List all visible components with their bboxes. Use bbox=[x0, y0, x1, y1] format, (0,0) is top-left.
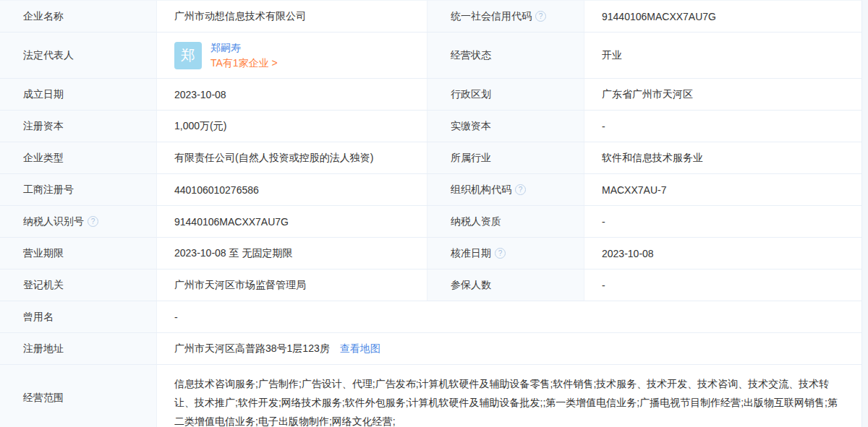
label-business-status: 经营状态 bbox=[427, 33, 584, 78]
value-legal-representative: 郑 郑嗣寿 TA有1家企业 > bbox=[157, 33, 427, 78]
value-credit-code: 91440106MACXX7AU7G bbox=[584, 1, 862, 32]
label-approval-date: 核准日期 ? bbox=[427, 238, 584, 269]
label-insured-count: 参保人数 bbox=[427, 269, 584, 301]
value-taxpayer-qualification: - bbox=[584, 206, 862, 237]
value-company-type: 有限责任公司(自然人投资或控股的法人独资) bbox=[157, 142, 427, 173]
label-registration-number: 工商注册号 bbox=[0, 174, 157, 205]
label-paid-capital: 实缴资本 bbox=[427, 111, 584, 142]
label-organization-code: 组织机构代码 ? bbox=[427, 174, 584, 205]
table-row: 工商注册号 440106010276586 组织机构代码 ? MACXX7AU-… bbox=[0, 174, 861, 206]
table-row: 登记机关 广州市天河区市场监督管理局 参保人数 - bbox=[0, 269, 861, 301]
table-row: 注册资本 1,000万(元) 实缴资本 - bbox=[0, 111, 861, 142]
help-icon[interactable]: ? bbox=[495, 248, 506, 259]
value-business-term: 2023-10-08 至 无固定期限 bbox=[157, 238, 427, 269]
value-admin-division: 广东省广州市天河区 bbox=[584, 79, 862, 110]
table-row: 经营范围 信息技术咨询服务;广告制作;广告设计、代理;广告发布;计算机软硬件及辅… bbox=[0, 365, 861, 427]
company-info-table: 企业名称 广州市动想信息技术有限公司 统一社会信用代码 ? 91440106MA… bbox=[0, 0, 862, 427]
value-former-name: - bbox=[157, 301, 861, 332]
table-row: 成立日期 2023-10-08 行政区划 广东省广州市天河区 bbox=[0, 79, 861, 111]
value-insured-count: - bbox=[584, 269, 862, 301]
label-legal-representative: 法定代表人 bbox=[0, 33, 157, 78]
label-company-type: 企业类型 bbox=[0, 142, 157, 173]
table-row: 注册地址 广州市天河区高普路38号1层123房 查看地图 bbox=[0, 333, 861, 365]
label-former-name: 曾用名 bbox=[0, 301, 157, 332]
table-row: 曾用名 - bbox=[0, 301, 861, 333]
label-company-name: 企业名称 bbox=[0, 1, 157, 32]
value-registered-capital: 1,000万(元) bbox=[157, 111, 427, 142]
help-icon[interactable]: ? bbox=[88, 216, 98, 227]
value-paid-capital: - bbox=[584, 111, 862, 142]
value-establish-date: 2023-10-08 bbox=[157, 79, 427, 110]
help-icon[interactable]: ? bbox=[535, 11, 546, 22]
help-icon[interactable]: ? bbox=[515, 184, 526, 195]
value-business-scope: 信息技术咨询服务;广告制作;广告设计、代理;广告发布;计算机软硬件及辅助设备零售… bbox=[157, 365, 861, 427]
value-registered-address: 广州市天河区高普路38号1层123房 查看地图 bbox=[157, 333, 861, 364]
value-organization-code: MACXX7AU-7 bbox=[584, 174, 862, 205]
value-company-name: 广州市动想信息技术有限公司 bbox=[157, 1, 427, 32]
label-industry: 所属行业 bbox=[427, 142, 584, 173]
legal-rep-companies-link[interactable]: TA有1家企业 > bbox=[210, 56, 278, 71]
label-business-term: 营业期限 bbox=[0, 238, 157, 269]
label-taxpayer-id: 纳税人识别号 ? bbox=[0, 206, 157, 237]
table-row: 营业期限 2023-10-08 至 无固定期限 核准日期 ? 2023-10-0… bbox=[0, 238, 861, 269]
table-row: 企业名称 广州市动想信息技术有限公司 统一社会信用代码 ? 91440106MA… bbox=[0, 1, 861, 33]
value-business-status: 开业 bbox=[584, 33, 862, 78]
value-taxpayer-id: 91440106MACXX7AU7G bbox=[157, 206, 427, 237]
label-admin-division: 行政区划 bbox=[427, 79, 584, 110]
value-registration-number: 440106010276586 bbox=[157, 174, 427, 205]
value-approval-date: 2023-10-08 bbox=[584, 238, 862, 269]
legal-rep-avatar[interactable]: 郑 bbox=[174, 42, 202, 69]
address-text: 广州市天河区高普路38号1层123房 bbox=[174, 342, 330, 355]
value-registration-authority: 广州市天河区市场监督管理局 bbox=[157, 269, 427, 301]
view-map-link[interactable]: 查看地图 bbox=[340, 342, 380, 355]
legal-rep-name-link[interactable]: 郑嗣寿 bbox=[210, 40, 278, 56]
table-row: 企业类型 有限责任公司(自然人投资或控股的法人独资) 所属行业 软件和信息技术服… bbox=[0, 142, 861, 174]
value-industry: 软件和信息技术服务业 bbox=[584, 142, 862, 173]
label-registration-authority: 登记机关 bbox=[0, 269, 157, 301]
table-row: 法定代表人 郑 郑嗣寿 TA有1家企业 > 经营状态 开业 bbox=[0, 33, 861, 79]
label-registered-address: 注册地址 bbox=[0, 333, 157, 364]
label-business-scope: 经营范围 bbox=[0, 365, 157, 427]
label-taxpayer-qualification: 纳税人资质 bbox=[427, 206, 584, 237]
label-establish-date: 成立日期 bbox=[0, 79, 157, 110]
label-credit-code: 统一社会信用代码 ? bbox=[427, 1, 584, 32]
table-row: 纳税人识别号 ? 91440106MACXX7AU7G 纳税人资质 - bbox=[0, 206, 861, 238]
label-registered-capital: 注册资本 bbox=[0, 111, 157, 142]
